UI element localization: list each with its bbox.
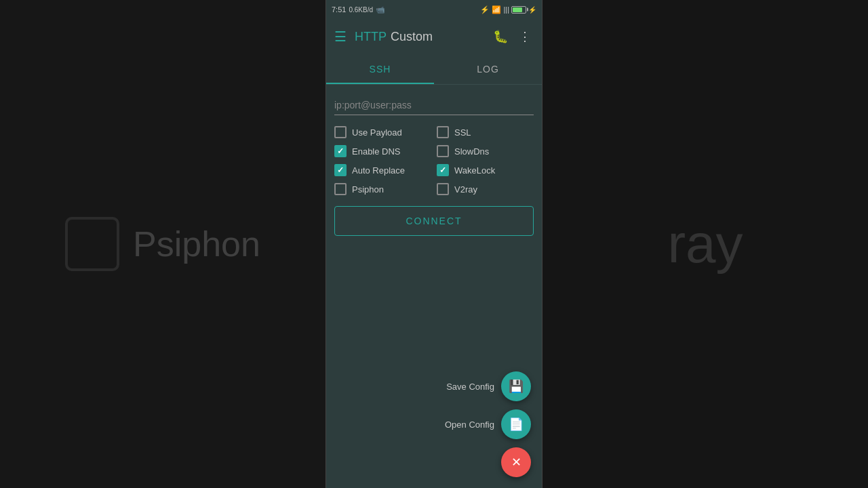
checkbox-v2ray[interactable]: V2ray [437, 183, 534, 195]
app-bar: ☰ HTTP Custom 🐛 ⋮ [326, 19, 542, 54]
open-config-item: Open Config 📄 [445, 409, 531, 439]
checkbox-ssl-box [437, 126, 449, 138]
status-speed: 0.6KB/d [349, 6, 373, 14]
checkbox-auto-replace-label: Auto Replace [352, 165, 405, 176]
tab-log[interactable]: LOG [434, 54, 542, 84]
charge-icon: ⚡ [528, 6, 536, 14]
server-input[interactable] [334, 96, 534, 115]
save-config-item: Save Config 💾 [446, 371, 531, 401]
app-title: HTTP Custom [355, 30, 482, 44]
wifi-icon: 📶 [492, 5, 501, 14]
checkbox-slow-dns[interactable]: SlowDns [437, 145, 534, 157]
app-title-http: HTTP [355, 30, 387, 44]
checkbox-psiphon[interactable]: Psiphon [334, 183, 431, 195]
content-area: Use Payload SSL Enable DNS SlowDns Auto … [326, 85, 542, 488]
checkbox-wakelock[interactable]: WakeLock [437, 164, 534, 176]
battery-indicator [511, 6, 526, 14]
menu-icon[interactable]: ☰ [334, 28, 347, 45]
open-config-button[interactable]: 📄 [501, 409, 531, 439]
checkbox-wakelock-box [437, 164, 449, 176]
bluetooth-icon: ⚡ [480, 5, 490, 14]
psiphon-box-icon [65, 217, 119, 271]
phone-frame: 7:51 0.6KB/d 📹 ⚡ 📶 ||| ⚡ ☰ HTTP Custom 🐛… [326, 0, 542, 488]
close-fab-button[interactable]: ✕ [501, 447, 531, 477]
bug-icon[interactable]: 🐛 [490, 26, 511, 47]
checkbox-slow-dns-label: SlowDns [454, 146, 489, 157]
status-time: 7:51 [332, 5, 346, 14]
checkbox-auto-replace-box [334, 164, 347, 176]
checkbox-wakelock-label: WakeLock [454, 165, 495, 176]
checkbox-slow-dns-box [437, 145, 449, 157]
open-icon: 📄 [509, 417, 524, 432]
checkbox-use-payload-label: Use Payload [352, 127, 402, 138]
video-icon: 📹 [376, 5, 385, 14]
checkbox-enable-dns-label: Enable DNS [352, 146, 401, 157]
checkbox-psiphon-box [334, 183, 347, 195]
checkbox-enable-dns-box [334, 145, 347, 157]
connect-button[interactable]: CONNECT [334, 206, 534, 236]
status-bar: 7:51 0.6KB/d 📹 ⚡ 📶 ||| ⚡ [326, 0, 542, 19]
tab-ssh[interactable]: SSH [326, 54, 434, 84]
background-left: Psiphon [0, 0, 326, 488]
save-config-label: Save Config [446, 382, 494, 392]
save-config-button[interactable]: 💾 [501, 371, 531, 401]
checkbox-use-payload-box [334, 126, 347, 138]
app-title-custom: Custom [391, 30, 433, 44]
checkbox-enable-dns[interactable]: Enable DNS [334, 145, 431, 157]
app-bar-icons: 🐛 ⋮ [490, 26, 534, 47]
close-fab-item: ✕ [501, 447, 531, 477]
checkbox-use-payload[interactable]: Use Payload [334, 126, 431, 138]
battery-fill [513, 7, 522, 12]
more-icon[interactable]: ⋮ [516, 26, 534, 47]
ray-bg-text: ray [667, 213, 743, 275]
open-config-label: Open Config [445, 420, 494, 430]
checkbox-ssl-label: SSL [454, 127, 471, 138]
checkbox-v2ray-label: V2ray [454, 184, 477, 195]
checkbox-auto-replace[interactable]: Auto Replace [334, 164, 431, 176]
checkbox-v2ray-box [437, 183, 449, 195]
checkbox-ssl[interactable]: SSL [437, 126, 534, 138]
psiphon-bg-text: Psiphon [133, 224, 260, 264]
save-icon: 💾 [509, 379, 524, 394]
checkbox-psiphon-label: Psiphon [352, 184, 384, 195]
tabs-bar: SSH LOG [326, 54, 542, 85]
status-left: 7:51 0.6KB/d 📹 [332, 5, 385, 14]
fab-area: Save Config 💾 Open Config 📄 ✕ [434, 361, 542, 488]
status-right: ⚡ 📶 ||| ⚡ [480, 5, 536, 14]
close-icon: ✕ [511, 455, 521, 470]
background-right: ray [542, 0, 868, 488]
checkbox-grid: Use Payload SSL Enable DNS SlowDns Auto … [334, 126, 534, 195]
signal-icon: ||| [503, 5, 509, 14]
